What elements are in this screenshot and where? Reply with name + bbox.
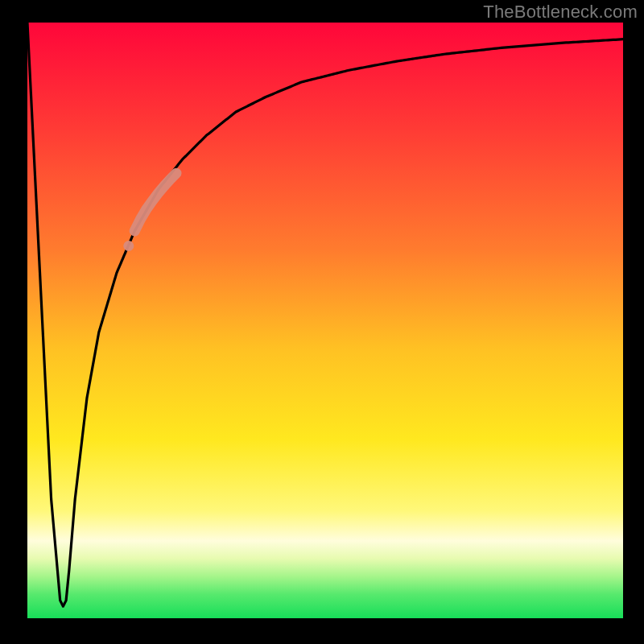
watermark-text: TheBottleneck.com bbox=[483, 2, 638, 23]
highlight-dot bbox=[123, 241, 134, 251]
curve-layer bbox=[27, 23, 623, 606]
main-curve bbox=[27, 23, 623, 606]
highlight-segment bbox=[134, 173, 176, 231]
chart-container: TheBottleneck.com bbox=[0, 0, 644, 644]
highlight-layer bbox=[123, 173, 176, 251]
chart-svg bbox=[27, 23, 623, 618]
plot-area bbox=[27, 23, 623, 618]
